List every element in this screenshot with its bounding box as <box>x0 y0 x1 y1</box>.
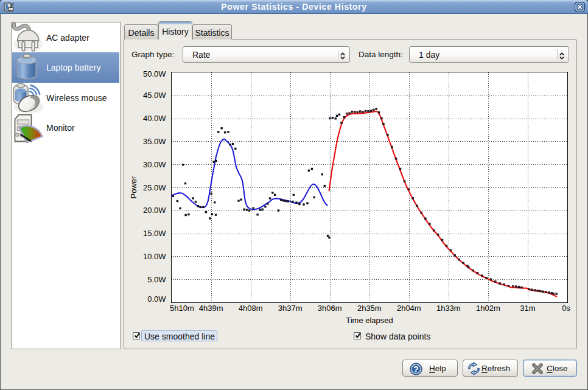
svg-text:25.0W: 25.0W <box>143 183 166 192</box>
svg-text:5.0W: 5.0W <box>147 275 166 284</box>
svg-text:0.0W: 0.0W <box>147 294 166 304</box>
svg-text:?: ? <box>413 364 419 374</box>
svg-text:31m: 31m <box>520 304 535 313</box>
svg-text:2h04m: 2h04m <box>397 304 421 313</box>
svg-text:2h35m: 2h35m <box>357 304 382 313</box>
svg-text:4h39m: 4h39m <box>199 304 223 313</box>
svg-text:20.0W: 20.0W <box>143 206 166 215</box>
svg-text:3h06m: 3h06m <box>318 304 342 313</box>
svg-text:10.0W: 10.0W <box>143 252 166 261</box>
svg-text:4h08m: 4h08m <box>239 304 263 313</box>
svg-text:3h37m: 3h37m <box>278 304 303 313</box>
svg-text:15.0W: 15.0W <box>143 229 166 238</box>
svg-text:1h33m: 1h33m <box>436 304 461 313</box>
svg-text:Time elapsed: Time elapsed <box>346 316 393 325</box>
svg-text:Power: Power <box>129 176 138 199</box>
svg-text:45.0W: 45.0W <box>143 91 166 100</box>
svg-text:5h10m: 5h10m <box>170 304 194 313</box>
svg-text:35.0W: 35.0W <box>143 137 166 146</box>
svg-text:50.0W: 50.0W <box>143 69 166 78</box>
svg-text:30.0W: 30.0W <box>143 160 166 169</box>
svg-text:40.0W: 40.0W <box>143 114 166 123</box>
svg-text:1h02m: 1h02m <box>476 304 500 313</box>
svg-text:0s: 0s <box>562 304 570 313</box>
